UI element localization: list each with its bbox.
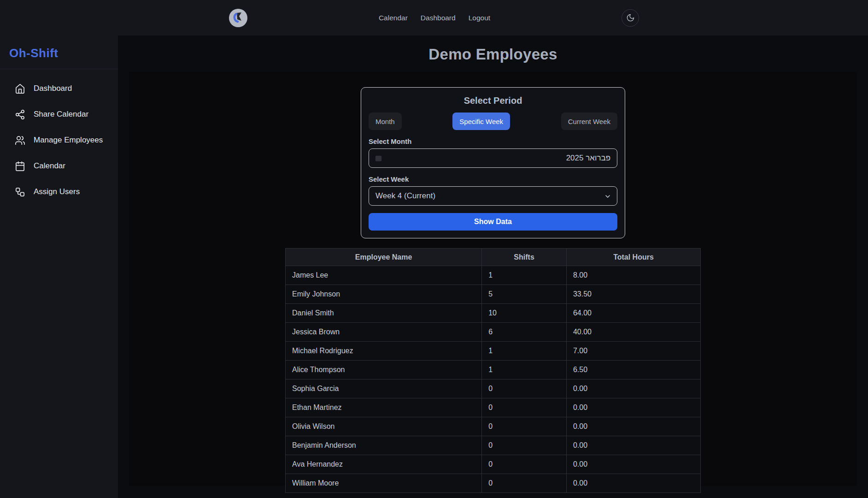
shifts-cell: 0 bbox=[482, 436, 567, 455]
shifts-cell: 0 bbox=[482, 474, 567, 493]
brand-title: Oh-Shift bbox=[9, 46, 109, 60]
app-logo[interactable] bbox=[229, 9, 247, 27]
employee-name-cell: Benjamin Anderson bbox=[286, 436, 482, 455]
sidebar-item-dashboard[interactable]: Dashboard bbox=[0, 76, 118, 101]
total-hours-cell: 0.00 bbox=[566, 417, 700, 436]
employee-name-cell: Jessica Brown bbox=[286, 323, 482, 342]
nav-link-logout[interactable]: Logout bbox=[469, 14, 490, 22]
users-icon bbox=[15, 135, 25, 146]
shifts-cell: 0 bbox=[482, 398, 567, 417]
employee-name-cell: Emily Johnson bbox=[286, 285, 482, 304]
shifts-cell: 0 bbox=[482, 455, 567, 474]
home-icon bbox=[15, 83, 25, 94]
total-hours-cell: 0.00 bbox=[566, 436, 700, 455]
navbar-links: CalendarDashboardLogout bbox=[379, 14, 490, 22]
page-title: Demo Employees bbox=[118, 46, 868, 63]
employee-name-cell: Ethan Martinez bbox=[286, 398, 482, 417]
sidebar-item-label: Manage Employees bbox=[34, 136, 103, 145]
table-row: Olivia Wilson00.00 bbox=[286, 417, 701, 436]
employee-name-cell: James Lee bbox=[286, 266, 482, 285]
sidebar-item-label: Assign Users bbox=[34, 187, 80, 196]
table-row: Sophia Garcia00.00 bbox=[286, 379, 701, 398]
workflow-icon bbox=[15, 187, 25, 197]
total-hours-cell: 0.00 bbox=[566, 455, 700, 474]
shifts-cell: 1 bbox=[482, 342, 567, 361]
employees-table: Employee NameShiftsTotal Hours James Lee… bbox=[285, 248, 701, 493]
total-hours-cell: 8.00 bbox=[566, 266, 700, 285]
total-hours-cell: 64.00 bbox=[566, 304, 700, 323]
table-row: Michael Rodriguez17.00 bbox=[286, 342, 701, 361]
sidebar-item-assign-users[interactable]: Assign Users bbox=[0, 179, 118, 205]
calendar-picker-icon[interactable] bbox=[375, 154, 382, 162]
sidebar-item-label: Calendar bbox=[34, 161, 65, 171]
shifts-cell: 1 bbox=[482, 266, 567, 285]
show-data-button[interactable]: Show Data bbox=[369, 213, 617, 231]
shifts-cell: 10 bbox=[482, 304, 567, 323]
employee-name-cell: Michael Rodriguez bbox=[286, 342, 482, 361]
table-row: Ethan Martinez00.00 bbox=[286, 398, 701, 417]
nav-link-calendar[interactable]: Calendar bbox=[379, 14, 408, 22]
moon-icon bbox=[626, 13, 635, 22]
share-icon bbox=[15, 109, 25, 120]
shifts-cell: 6 bbox=[482, 323, 567, 342]
nav-link-dashboard[interactable]: Dashboard bbox=[421, 14, 456, 22]
month-input-wrap bbox=[369, 148, 617, 168]
period-button-current-week[interactable]: Current Week bbox=[561, 113, 617, 130]
total-hours-cell: 33.50 bbox=[566, 285, 700, 304]
main-content: Demo Employees Select Period MonthSpecif… bbox=[118, 36, 868, 498]
employee-name-cell: Sophia Garcia bbox=[286, 379, 482, 398]
top-navbar: CalendarDashboardLogout bbox=[0, 0, 868, 36]
content-panel: Select Period MonthSpecific WeekCurrent … bbox=[129, 72, 857, 486]
shifts-cell: 1 bbox=[482, 361, 567, 379]
total-hours-cell: 7.00 bbox=[566, 342, 700, 361]
navbar-inner: CalendarDashboardLogout bbox=[229, 0, 639, 36]
total-hours-cell: 0.00 bbox=[566, 398, 700, 417]
table-header: Employee NameShiftsTotal Hours bbox=[286, 249, 701, 266]
sidebar-item-label: Dashboard bbox=[34, 84, 72, 93]
sidebar-item-manage-employees[interactable]: Manage Employees bbox=[0, 127, 118, 153]
sidebar-item-label: Share Calendar bbox=[34, 110, 88, 119]
column-header-shifts: Shifts bbox=[482, 249, 567, 266]
table-row: Ava Hernandez00.00 bbox=[286, 455, 701, 474]
card-title: Select Period bbox=[369, 95, 617, 106]
sidebar-nav: DashboardShare CalendarManage EmployeesC… bbox=[0, 69, 118, 205]
column-header-total-hours: Total Hours bbox=[566, 249, 700, 266]
column-header-employee-name: Employee Name bbox=[286, 249, 482, 266]
sidebar-header: Oh-Shift bbox=[0, 0, 118, 69]
month-input[interactable] bbox=[369, 148, 617, 168]
total-hours-cell: 0.00 bbox=[566, 379, 700, 398]
week-select[interactable]: Week 4 (Current) bbox=[369, 186, 617, 206]
select-period-card: Select Period MonthSpecific WeekCurrent … bbox=[361, 87, 625, 238]
chevron-down-icon bbox=[604, 193, 611, 200]
period-button-row: MonthSpecific WeekCurrent Week bbox=[369, 113, 617, 130]
sidebar-item-share-calendar[interactable]: Share Calendar bbox=[0, 101, 118, 127]
table-row: Alice Thompson16.50 bbox=[286, 361, 701, 379]
employee-name-cell: Olivia Wilson bbox=[286, 417, 482, 436]
select-week-label: Select Week bbox=[369, 175, 617, 183]
sidebar-item-calendar[interactable]: Calendar bbox=[0, 153, 118, 179]
sidebar: Oh-Shift DashboardShare CalendarManage E… bbox=[0, 0, 118, 498]
calendar-icon bbox=[15, 161, 25, 172]
shifts-cell: 0 bbox=[482, 379, 567, 398]
table-row: Benjamin Anderson00.00 bbox=[286, 436, 701, 455]
employee-name-cell: Ava Hernandez bbox=[286, 455, 482, 474]
total-hours-cell: 6.50 bbox=[566, 361, 700, 379]
table-row: Emily Johnson533.50 bbox=[286, 285, 701, 304]
table-row: Jessica Brown640.00 bbox=[286, 323, 701, 342]
theme-toggle-button[interactable] bbox=[622, 9, 639, 27]
period-button-month[interactable]: Month bbox=[369, 113, 402, 130]
employee-name-cell: Alice Thompson bbox=[286, 361, 482, 379]
shifts-cell: 5 bbox=[482, 285, 567, 304]
period-button-specific-week[interactable]: Specific Week bbox=[452, 113, 510, 130]
shifts-cell: 0 bbox=[482, 417, 567, 436]
week-select-value: Week 4 (Current) bbox=[375, 191, 435, 201]
select-month-label: Select Month bbox=[369, 137, 617, 145]
table-row: William Moore00.00 bbox=[286, 474, 701, 493]
total-hours-cell: 0.00 bbox=[566, 474, 700, 493]
table-row: James Lee18.00 bbox=[286, 266, 701, 285]
employee-name-cell: William Moore bbox=[286, 474, 482, 493]
employee-name-cell: Daniel Smith bbox=[286, 304, 482, 323]
total-hours-cell: 40.00 bbox=[566, 323, 700, 342]
table-row: Daniel Smith1064.00 bbox=[286, 304, 701, 323]
